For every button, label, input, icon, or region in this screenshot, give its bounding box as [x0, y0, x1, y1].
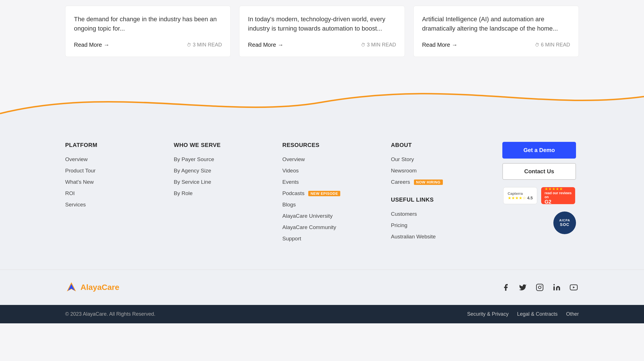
footer-col-resources: RESOURCES Overview Videos Events Podcast… — [282, 142, 391, 247]
footer-col-platform: PLATFORM Overview Product Tour What's Ne… — [65, 142, 174, 247]
read-more-link-1[interactable]: Read More — [74, 42, 109, 48]
resources-link-university[interactable]: AlayaCare University — [282, 213, 333, 219]
aicpa-label: AICPA — [559, 219, 570, 222]
resources-link-support[interactable]: Support — [282, 236, 301, 242]
platform-link-roi[interactable]: ROI — [65, 190, 75, 196]
facebook-icon[interactable] — [501, 282, 511, 292]
resources-links: Overview Videos Events Podcasts NEW EPIS… — [282, 156, 391, 242]
social-icons — [501, 282, 579, 292]
resources-link-videos[interactable]: Videos — [282, 168, 299, 174]
who-link-role[interactable]: By Role — [174, 190, 193, 196]
who-link-agency[interactable]: By Agency Size — [174, 168, 211, 174]
platform-link-product-tour[interactable]: Product Tour — [65, 168, 95, 174]
capterra-badge: Capterra ★★★★☆ 4.5 — [503, 187, 537, 204]
min-read-1: 3 MIN READ — [187, 42, 222, 48]
about-link-story[interactable]: Our Story — [391, 156, 414, 162]
useful-link-australian[interactable]: Australian Website — [391, 234, 436, 240]
footer-content: PLATFORM Overview Product Tour What's Ne… — [65, 142, 579, 247]
who-link-payer[interactable]: By Payer Source — [174, 156, 214, 162]
resources-link-podcasts[interactable]: Podcasts NEW EPISODE — [282, 190, 341, 196]
blog-footer-3: Read More 6 MIN READ — [422, 42, 570, 48]
g2-label: read our reviews on — [545, 191, 572, 199]
soc-label: SOC — [559, 222, 570, 227]
contact-us-button[interactable]: Contact Us — [502, 163, 576, 180]
resources-heading: RESOURCES — [282, 142, 391, 148]
aicpa-badge: AICPA SOC — [553, 212, 576, 234]
footer-col-about: ABOUT Our Story Newsroom Careers NOW HIR… — [391, 142, 500, 247]
get-demo-button[interactable]: Get a Demo — [502, 142, 576, 159]
blog-card-2: In today's modern, technology-driven wor… — [239, 6, 405, 57]
useful-links: Customers Pricing Australian Website — [391, 211, 500, 240]
about-heading: ABOUT — [391, 142, 500, 148]
g2-badge: ★★★★★ read our reviews on G2 — [541, 187, 575, 204]
useful-link-pricing[interactable]: Pricing — [391, 222, 407, 228]
bottom-bar: © 2023 AlayaCare. All Rights Reserved. S… — [0, 305, 644, 323]
about-link-newsroom[interactable]: Newsroom — [391, 168, 417, 174]
min-read-3: 6 MIN READ — [535, 42, 570, 48]
platform-links: Overview Product Tour What's New ROI Ser… — [65, 156, 174, 208]
bottom-links: Security & Privacy Legal & Contracts Oth… — [467, 311, 579, 317]
other-link[interactable]: Other — [566, 311, 579, 317]
capterra-label: Capterra — [508, 191, 533, 196]
platform-link-whats-new[interactable]: What's New — [65, 179, 94, 185]
footer-col-who-we-serve: WHO WE SERVE By Payer Source By Agency S… — [174, 142, 282, 247]
who-we-serve-links: By Payer Source By Agency Size By Servic… — [174, 156, 282, 196]
security-privacy-link[interactable]: Security & Privacy — [467, 311, 509, 317]
footer-logo-bar: AlayaCare — [0, 270, 644, 305]
footer: PLATFORM Overview Product Tour What's Ne… — [0, 125, 644, 270]
blog-card-3: Artificial Intelligence (AI) and automat… — [413, 6, 579, 57]
svg-marker-4 — [573, 286, 575, 288]
linkedin-icon[interactable] — [552, 282, 562, 292]
resources-link-blogs[interactable]: Blogs — [282, 202, 296, 208]
who-link-service-line[interactable]: By Service Line — [174, 179, 211, 185]
wave-divider — [0, 74, 644, 125]
youtube-icon[interactable] — [569, 282, 579, 292]
min-read-2: 3 MIN READ — [361, 42, 396, 48]
blog-excerpt-1: The demand for change in the industry ha… — [74, 14, 222, 33]
useful-link-customers[interactable]: Customers — [391, 211, 417, 217]
g2-brand: G2 — [545, 199, 572, 205]
read-more-link-2[interactable]: Read More — [248, 42, 283, 48]
copyright-text: © 2023 AlayaCare. All Rights Reserved. — [65, 311, 155, 317]
legal-contracts-link[interactable]: Legal & Contracts — [517, 311, 558, 317]
platform-link-services[interactable]: Services — [65, 202, 86, 208]
alayacare-logo[interactable]: AlayaCare — [65, 281, 119, 294]
blog-card-1: The demand for change in the industry ha… — [65, 6, 231, 57]
alayacare-logo-text: AlayaCare — [80, 283, 119, 292]
now-hiring-badge: NOW HIRING — [414, 180, 443, 185]
g2-stars: ★★★★★ — [545, 187, 572, 191]
blog-footer-1: Read More 3 MIN READ — [74, 42, 222, 48]
platform-heading: PLATFORM — [65, 142, 174, 148]
resources-link-overview[interactable]: Overview — [282, 156, 305, 162]
care-text: Care — [102, 283, 119, 292]
new-episode-badge: NEW EPISODE — [308, 191, 340, 196]
useful-links-heading: USEFUL LINKS — [391, 196, 500, 203]
capterra-rating: 4.5 — [527, 196, 533, 200]
blog-footer-2: Read More 3 MIN READ — [248, 42, 396, 48]
resources-link-community[interactable]: AlayaCare Community — [282, 224, 336, 230]
who-we-serve-heading: WHO WE SERVE — [174, 142, 282, 148]
svg-point-3 — [553, 284, 555, 285]
about-links: Our Story Newsroom Careers NOW HIRING — [391, 156, 500, 185]
capterra-stars: ★★★★☆ — [508, 196, 526, 200]
resources-link-events[interactable]: Events — [282, 179, 299, 185]
blog-section: The demand for change in the industry ha… — [0, 6, 644, 74]
alaya-text: Alaya — [80, 283, 102, 292]
blog-excerpt-2: In today's modern, technology-driven wor… — [248, 14, 396, 33]
alayacare-logo-icon — [65, 281, 78, 294]
footer-cta-col: Get a Demo Contact Us Capterra ★★★★☆ 4.5 — [500, 142, 579, 247]
twitter-icon[interactable] — [518, 282, 528, 292]
svg-rect-0 — [536, 284, 543, 290]
about-link-careers[interactable]: Careers NOW HIRING — [391, 179, 443, 185]
platform-link-overview[interactable]: Overview — [65, 156, 88, 162]
badge-row: Capterra ★★★★☆ 4.5 ★★★★★ read our review… — [503, 187, 575, 204]
read-more-link-3[interactable]: Read More — [422, 42, 458, 48]
blog-excerpt-3: Artificial Intelligence (AI) and automat… — [422, 14, 570, 33]
svg-point-2 — [541, 285, 542, 286]
svg-point-1 — [538, 286, 541, 289]
instagram-icon[interactable] — [535, 282, 545, 292]
